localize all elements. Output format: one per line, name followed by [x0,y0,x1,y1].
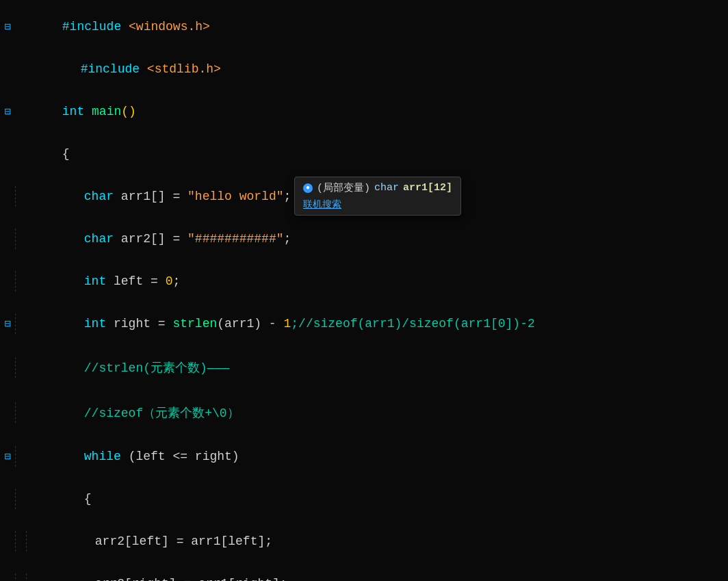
fold-13 [0,535,15,547]
code-line-9: //strlen(元素个数)——— [0,345,728,390]
fold-9 [0,361,15,374]
code-line-3: ⊟ int main() [0,90,728,133]
code-line-10: //sizeof（元素个数+\0） [0,390,728,435]
fold-4 [0,148,15,160]
code-line-7: int left = 0; [0,260,728,302]
fold-8[interactable]: ⊟ [0,317,15,331]
code-line-14: arr2[right] = arr1[right]; [0,563,728,581]
code-line-6: char arr2[] = "###########"; [0,218,728,260]
fold-3[interactable]: ⊟ [0,105,15,118]
fold-7 [0,275,15,287]
tooltip-link-row[interactable]: 联机搜索 [303,197,452,211]
fold-5 [0,190,15,203]
tooltip-search-link[interactable]: 联机搜索 [303,199,341,210]
code-line-4: { [0,133,728,175]
code-line-1: ⊟ #include <windows.h> [0,5,728,48]
code-line-8: ⊟ int right = strlen(arr1) - 1;//sizeof(… [0,302,728,345]
autocomplete-tooltip[interactable]: ● (局部变量) char arr1[12] 联机搜索 [294,177,461,216]
tooltip-type-text: char [374,182,399,194]
code-editor: ⊟ #include <windows.h> #include <stdlib.… [0,0,728,581]
fold-12 [0,493,15,505]
tooltip-name-text: arr1[12] [403,182,452,194]
tooltip-variable-icon: ● [303,183,313,193]
code-line-2: #include <stdlib.h> [0,48,728,90]
code-line-11: ⊟ while (left <= right) [0,435,728,478]
code-line-13: arr2[left] = arr1[left]; [0,520,728,563]
fold-10 [0,406,15,419]
code-line-12: { [0,478,728,520]
fold-2 [0,63,15,75]
fold-14 [0,578,15,581]
fold-6 [0,233,15,245]
tooltip-type-row: ● (局部变量) char arr1[12] [303,181,452,194]
tooltip-label: (局部变量) [317,181,370,194]
fold-11[interactable]: ⊟ [0,450,15,463]
fold-1[interactable]: ⊟ [0,20,15,34]
